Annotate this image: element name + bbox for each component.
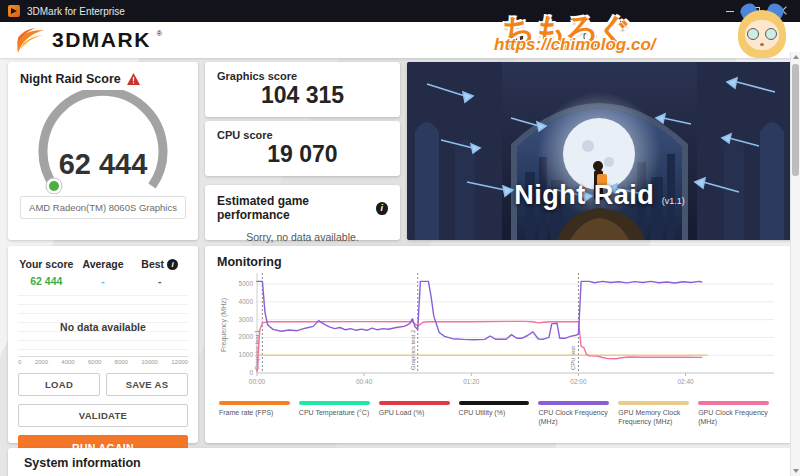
your-score-label: Your score [19, 258, 73, 270]
save-as-button[interactable]: SAVE AS [106, 373, 188, 396]
legend-item[interactable]: GPU Load (%) [379, 401, 450, 427]
home-icon [512, 29, 525, 41]
svg-text:0: 0 [249, 369, 253, 376]
window-title: 3DMark for Enterprise [27, 6, 125, 17]
svg-text:1000: 1000 [239, 351, 254, 358]
scene-title: Night Raid [514, 180, 654, 210]
warning-icon[interactable] [127, 73, 140, 85]
comparison-panel: Your score 62 444 Average - Best - No da… [8, 246, 198, 443]
gpu-name: AMD Radeon(TM) 8060S Graphics [20, 196, 186, 219]
3dmark-logo: 3DMARK® [16, 26, 162, 54]
legend-color-bar [459, 401, 530, 405]
best-label: Best [141, 258, 178, 270]
minimize-button[interactable] [726, 6, 736, 16]
tab-home[interactable]: HOME [505, 22, 532, 58]
legend-color-bar [698, 401, 769, 405]
validate-button[interactable]: VALIDATE [18, 404, 188, 427]
svg-text:5000: 5000 [239, 280, 254, 287]
scrollbar-down-arrow-icon[interactable] [793, 469, 799, 473]
axis-tick-label: 8000 [115, 359, 128, 365]
axis-tick-label: 12000 [171, 359, 188, 365]
legend-color-bar [299, 401, 370, 405]
tab-benchmarks[interactable]: BENCHMARKS [558, 22, 622, 58]
no-data-message: No data available [18, 321, 188, 333]
estimated-performance-message: Sorry, no data available. [205, 231, 400, 243]
scrollbar[interactable] [790, 52, 800, 476]
graphics-score-label: Graphics score [205, 62, 400, 82]
night-raid-scene-panel: Night Raid (v1.1) [407, 62, 792, 240]
svg-text:2000: 2000 [239, 333, 254, 340]
graphics-score-value: 104 315 [205, 82, 400, 109]
header: 3DMARK® HOME BENCHMARKS [0, 22, 800, 58]
comparison-header: Your score 62 444 Average - Best - [18, 254, 188, 287]
estimated-performance-panel: Estimated game performance Sorry, no dat… [205, 185, 400, 240]
monitoring-panel: Monitoring 010002000300040005000Frequenc… [205, 246, 792, 443]
monitoring-title: Monitoring [217, 255, 780, 269]
legend-item[interactable]: CPU Temperature (°C) [299, 401, 370, 427]
scrollbar-thumb[interactable] [792, 64, 799, 176]
legend-color-bar [219, 401, 290, 405]
svg-text:00:00: 00:00 [249, 378, 266, 385]
legend-label: CPU Temperature (°C) [299, 408, 370, 417]
graphics-score-panel: Graphics score 104 315 [205, 62, 400, 117]
average-label: Average [82, 258, 123, 270]
benchmarks-icon [583, 29, 597, 41]
svg-text:02:40: 02:40 [677, 378, 694, 385]
gauge-marker-dot [49, 181, 59, 191]
cpu-score-panel: CPU score 19 070 [205, 121, 400, 176]
legend-label: CPU Utility (%) [459, 408, 530, 417]
axis-tick-label: 0 [18, 359, 21, 365]
legend-item[interactable]: CPU Clock Frequency (MHz) [538, 401, 609, 427]
3dmark-logo-icon [16, 26, 46, 54]
scrollbar-up-arrow-icon[interactable] [793, 55, 799, 59]
svg-text:CPU test: CPU test [570, 346, 576, 370]
best-value: - [131, 275, 188, 287]
nav-tabs: HOME BENCHMARKS [505, 22, 622, 58]
legend-item[interactable]: GPU Memory Clock Frequency (MHz) [618, 401, 689, 427]
score-distribution-chart: No data available [18, 295, 188, 357]
system-information-panel[interactable]: System information [8, 448, 792, 476]
legend-item[interactable]: Frame rate (FPS) [219, 401, 290, 427]
overall-score: 62 444 [28, 148, 178, 181]
night-raid-score-panel: Night Raid Score 62 444 AMD Radeon(TM) 8… [8, 62, 198, 240]
legend-label: Frame rate (FPS) [219, 408, 290, 417]
logo-registered-mark: ® [157, 30, 162, 37]
tab-home-label: HOME [505, 42, 532, 52]
score-panel-title: Night Raid Score [20, 72, 121, 86]
load-button[interactable]: LOAD [18, 373, 100, 396]
legend-label: GPU Memory Clock Frequency (MHz) [618, 408, 689, 427]
svg-text:4000: 4000 [239, 298, 254, 305]
chart-legend: Frame rate (FPS)CPU Temperature (°C)GPU … [217, 401, 780, 427]
app-window: 3DMark for Enterprise 3DMARK® HOME [0, 0, 800, 476]
axis-tick-label: 6000 [88, 359, 101, 365]
legend-color-bar [538, 401, 609, 405]
score-gauge: 62 444 [28, 90, 178, 194]
svg-text:02:00: 02:00 [570, 378, 587, 385]
tab-benchmarks-label: BENCHMARKS [558, 42, 622, 52]
legend-item[interactable]: GPU Clock Frequency (MHz) [698, 401, 769, 427]
svg-text:3000: 3000 [239, 316, 254, 323]
legend-label: GPU Load (%) [379, 408, 450, 417]
estimated-performance-title: Estimated game performance [217, 194, 376, 222]
info-icon[interactable] [376, 202, 388, 215]
maximize-button[interactable] [752, 6, 762, 16]
svg-text:01:20: 01:20 [463, 378, 480, 385]
svg-text:Frequency (MHz): Frequency (MHz) [220, 298, 228, 352]
average-value: - [75, 275, 132, 287]
titlebar: 3DMark for Enterprise [0, 0, 800, 22]
cpu-score-value: 19 070 [205, 141, 400, 168]
svg-text:Graphics test 2: Graphics test 2 [410, 329, 416, 370]
cpu-score-label: CPU score [205, 121, 400, 141]
axis-tick-label: 2000 [35, 359, 48, 365]
monitoring-chart: 010002000300040005000Frequency (MHz)00:0… [217, 269, 780, 393]
legend-color-bar [379, 401, 450, 405]
axis-tick-label: 4000 [61, 359, 74, 365]
close-button[interactable] [778, 6, 788, 16]
legend-label: CPU Clock Frequency (MHz) [538, 408, 609, 427]
best-info-icon[interactable] [167, 259, 178, 270]
legend-item[interactable]: CPU Utility (%) [459, 401, 530, 427]
axis-tick-label: 10000 [141, 359, 158, 365]
logo-text: 3DMARK [52, 28, 151, 52]
your-score-value: 62 444 [18, 275, 75, 287]
app-icon [8, 5, 20, 17]
